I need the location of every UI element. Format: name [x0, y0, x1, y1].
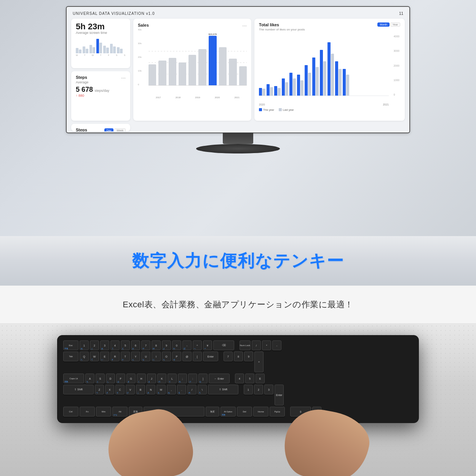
key-4[interactable]: 4う [110, 340, 120, 350]
key-bracket-close[interactable]: ]む [198, 374, 208, 383]
key-o[interactable]: Oら [162, 351, 171, 361]
key-v[interactable]: Vひ [126, 385, 135, 395]
key-1[interactable]: 1ぬ [80, 340, 89, 350]
key-minus[interactable]: -ほ [182, 340, 192, 350]
key-ctrl-left[interactable]: Ctrl [63, 407, 78, 417]
key-a[interactable]: Aち [85, 374, 94, 383]
steps-chart-card: Steps Day Week 17975 steps [71, 124, 130, 131]
key-esc[interactable]: Esc半角 [63, 340, 78, 350]
key-d[interactable]: Dし [106, 374, 115, 383]
key-num-enter[interactable]: Enter [275, 385, 284, 406]
key-num-0[interactable]: 0 [290, 407, 311, 417]
key-m[interactable]: Mも [157, 385, 166, 395]
key-slash[interactable]: /め [187, 385, 196, 395]
key-win[interactable]: Win [96, 407, 111, 417]
bar [169, 58, 176, 85]
key-muhenkan[interactable]: 無変 [206, 407, 219, 417]
key-h[interactable]: Hく [137, 374, 146, 383]
likes-subtitle: The number of likes on your posts [259, 28, 305, 31]
key-6[interactable]: 6お [131, 340, 140, 350]
key-j[interactable]: Jま [147, 374, 156, 383]
key-yen[interactable]: ¥ー [203, 340, 212, 350]
key-z[interactable]: Zつ [95, 385, 104, 395]
key-8[interactable]: 8ゆ [152, 340, 161, 350]
key-7[interactable]: 7や [141, 340, 150, 350]
key-y[interactable]: Yん [131, 351, 140, 361]
key-num-slash[interactable]: / [252, 340, 261, 350]
key-capslock[interactable]: Caps Lk英数 [63, 374, 84, 383]
key-at[interactable]: @゛ [182, 351, 192, 361]
key-period[interactable]: .る [177, 385, 186, 395]
key-b[interactable]: Bこ [136, 385, 145, 395]
key-3[interactable]: 3あ [100, 340, 109, 350]
key-home[interactable]: Home [253, 407, 268, 417]
key-shift-left[interactable]: ⇧ Shift [63, 385, 94, 395]
bar-group [282, 78, 288, 96]
key-henkan[interactable]: 変換 [129, 407, 142, 417]
key-alt-option[interactable]: Alt Option英数 [220, 407, 236, 417]
key-s[interactable]: Sと [96, 374, 105, 383]
key-num-3[interactable]: 3 [264, 385, 273, 395]
key-l[interactable]: Lり [168, 374, 177, 383]
key-p[interactable]: Pせ [172, 351, 181, 361]
key-del[interactable]: Del [237, 407, 252, 417]
key-num-6[interactable]: E [256, 374, 265, 383]
key-x[interactable]: Xさ [105, 385, 114, 395]
key-alt-left[interactable]: Altかな [112, 407, 128, 417]
key-backspace[interactable]: ⌫ [213, 340, 234, 350]
key-num-9[interactable]: 9 [244, 351, 253, 361]
key-i[interactable]: Iに [152, 351, 161, 361]
key-colon[interactable]: :け [188, 374, 197, 383]
key-enter[interactable]: ← Enter [209, 374, 230, 383]
key-u[interactable]: Uな [141, 351, 150, 361]
key-pgup[interactable]: PgUp [270, 407, 285, 417]
key-comma[interactable]: ,ね [167, 385, 176, 395]
key-semicolon[interactable]: ;れ [178, 374, 187, 383]
key-r[interactable]: Rす [110, 351, 120, 361]
more-menu-icon[interactable]: ··· [242, 22, 247, 29]
key-num-dot[interactable]: . [312, 407, 321, 417]
key-f[interactable]: Fは [116, 374, 125, 383]
key-fn[interactable]: Fn [80, 407, 95, 417]
month-tab[interactable]: Month [377, 22, 389, 27]
key-tab[interactable]: Tab [63, 351, 78, 361]
bar [285, 82, 288, 96]
year-tab[interactable]: Year [390, 22, 400, 27]
bar [198, 49, 206, 85]
keyboard-section: Esc半角 1ぬ 2ふ 3あ 4う 5え 6お 7や 8ゆ 9よ 0わ -ほ ^… [0, 324, 476, 476]
key-num-2[interactable]: 2 [254, 385, 263, 395]
steps-more-icon[interactable]: ··· [121, 75, 126, 80]
key-n[interactable]: Nみ [146, 385, 155, 395]
key-w[interactable]: Wて [90, 351, 99, 361]
key-q[interactable]: Qた [80, 351, 89, 361]
key-shift-right[interactable]: ⇧ Shift [208, 385, 238, 395]
key-space[interactable] [144, 407, 204, 417]
key-row-2: Tab Qた Wて Eい Rす Tか Yん Uな Iに Oら Pせ @゛ [゜ … [63, 351, 413, 372]
key-t[interactable]: Tか [121, 351, 130, 361]
key-num-7[interactable]: 7 [224, 351, 233, 361]
key-e[interactable]: Eい [100, 351, 109, 361]
key-bracket-open[interactable]: [゜ [193, 351, 202, 361]
key-num-4[interactable]: 4 [235, 374, 244, 383]
key-num-plus[interactable]: + [254, 351, 264, 372]
key-c[interactable]: Cそ [115, 385, 125, 395]
key-2[interactable]: 2ふ [90, 340, 99, 350]
key-num-8[interactable]: 8 [234, 351, 243, 361]
key-g[interactable]: Gき [126, 374, 136, 383]
key-num-minus[interactable]: - [272, 340, 281, 350]
key-num-asterisk[interactable]: * [262, 340, 271, 350]
key-k[interactable]: Kの [157, 374, 166, 383]
sales-bar-col [219, 47, 227, 85]
key-num-5[interactable]: 5 [245, 374, 254, 383]
key-caret[interactable]: ^へ [193, 340, 202, 350]
key-enter-top[interactable]: Enter [203, 351, 218, 361]
day-tab[interactable]: Day [104, 128, 113, 132]
key-backslash[interactable]: \ろ [198, 385, 207, 395]
key-num-1[interactable]: 1 [244, 385, 253, 395]
key-numlock[interactable]: Num Lock [240, 340, 251, 350]
key-5[interactable]: 5え [121, 340, 130, 350]
key-0[interactable]: 0わ [172, 340, 181, 350]
key-9[interactable]: 9よ [162, 340, 171, 350]
week-tab[interactable]: Week [114, 128, 126, 132]
bar [316, 67, 319, 96]
